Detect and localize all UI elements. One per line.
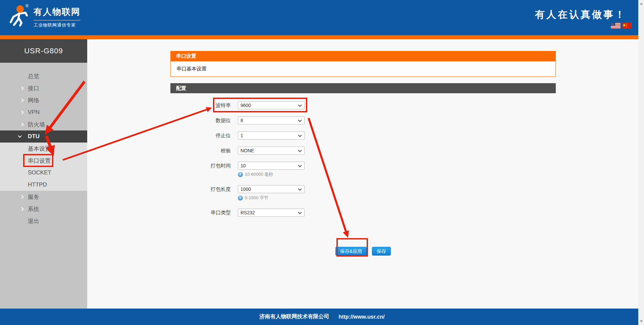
cn-flag-icon[interactable] bbox=[622, 22, 632, 29]
form-row-serial-type: 串口类型RS232 bbox=[170, 209, 556, 217]
sidebar-item-label: 防火墙 bbox=[28, 121, 45, 128]
data-bits-label: 数据位 bbox=[170, 117, 231, 124]
form-actions: 保存&应用 保存 bbox=[170, 247, 556, 256]
sidebar-item-label: VPN bbox=[28, 109, 40, 116]
sidebar-item-label: 总览 bbox=[28, 72, 39, 80]
packing-time-hint-text: 10-60000 毫秒 bbox=[245, 171, 273, 177]
sidebar-item-label: HTTPD bbox=[28, 181, 47, 188]
sidebar-item-dtu[interactable]: DTU bbox=[0, 130, 87, 143]
sidebar-item-label: 服务 bbox=[28, 193, 39, 201]
sidebar: USR-G809 总览接口网络VPN防火墙DTU基本设置串口设置SOCKETHT… bbox=[0, 39, 87, 309]
sidebar-item-socket[interactable]: SOCKET bbox=[0, 167, 87, 179]
serial-settings-panel: 串口设置 串口基本设置 配置 波特率9600数据位8停止位1校验NONE打包时间… bbox=[170, 51, 556, 256]
packing-length-select-wrap: 1000 bbox=[238, 185, 305, 193]
scroll-up-icon[interactable] bbox=[640, 3, 643, 5]
sidebar-item-network[interactable]: 网络 bbox=[0, 94, 87, 106]
stop-bits-label: 停止位 bbox=[170, 132, 231, 139]
device-model-title: USR-G809 bbox=[0, 39, 87, 63]
packing-length-hint: ?5-1500 字节 bbox=[238, 195, 556, 201]
sidebar-item-label: 退出 bbox=[28, 217, 39, 225]
chevron-right-icon bbox=[20, 195, 23, 199]
us-flag-icon[interactable] bbox=[611, 22, 621, 29]
panel-subtitle-box: 串口基本设置 bbox=[170, 61, 556, 77]
packing-length-select[interactable]: 1000 bbox=[238, 185, 305, 193]
sidebar-item-interface[interactable]: 接口 bbox=[0, 82, 87, 94]
serial-type-select[interactable]: RS232 bbox=[238, 209, 305, 217]
config-section-title: 配置 bbox=[176, 85, 186, 92]
chevron-down-icon bbox=[18, 134, 21, 138]
language-flags bbox=[611, 22, 632, 29]
sidebar-menu: 总览接口网络VPN防火墙DTU基本设置串口设置SOCKETHTTPD服务系统退出 bbox=[0, 70, 87, 227]
usr-admin-page: ® 有人物联网 工业物联网通信专家 有人在认真做事！ bbox=[0, 0, 644, 325]
chevron-right-icon bbox=[20, 110, 23, 114]
form-row-baud-rate: 波特率9600 bbox=[170, 101, 556, 109]
serial-config-form: 波特率9600数据位8停止位1校验NONE打包时间10?10-60000 毫秒打… bbox=[170, 101, 556, 217]
sidebar-item-label: SOCKET bbox=[28, 169, 51, 176]
footer-url-link[interactable]: http://www.usr.cn/ bbox=[338, 314, 384, 320]
usr-logo-icon: ® bbox=[7, 3, 31, 28]
baud-rate-label: 波特率 bbox=[170, 102, 231, 109]
logo-subtitle: 工业物联网通信专家 bbox=[34, 20, 80, 28]
chevron-right-icon bbox=[20, 207, 23, 211]
logo-text: 有人物联网 工业物联网通信专家 bbox=[34, 6, 80, 28]
registered-mark: ® bbox=[25, 4, 29, 8]
form-row-stop-bits: 停止位1 bbox=[170, 131, 556, 140]
save-button[interactable]: 保存 bbox=[372, 247, 391, 256]
form-row-packing-length: 打包长度1000?5-1500 字节 bbox=[170, 185, 556, 201]
sidebar-item-label: 基本设置 bbox=[28, 145, 51, 153]
packing-length-label: 打包长度 bbox=[170, 186, 231, 193]
parity-label: 校验 bbox=[170, 148, 231, 154]
panel-subtitle: 串口基本设置 bbox=[176, 66, 207, 72]
form-row-data-bits: 数据位8 bbox=[170, 116, 556, 124]
help-icon: ? bbox=[238, 172, 243, 177]
vertical-scrollbar[interactable] bbox=[638, 0, 644, 325]
packing-length-hint-text: 5-1500 字节 bbox=[245, 195, 268, 201]
parity-select-wrap: NONE bbox=[238, 147, 305, 155]
help-icon: ? bbox=[238, 196, 243, 201]
sidebar-item-overview[interactable]: 总览 bbox=[0, 70, 87, 82]
sidebar-item-logout[interactable]: 退出 bbox=[0, 215, 87, 227]
panel-title: 串口设置 bbox=[176, 53, 196, 59]
top-header: ® 有人物联网 工业物联网通信专家 有人在认真做事！ bbox=[0, 0, 644, 35]
stop-bits-select-wrap: 1 bbox=[238, 131, 305, 140]
form-row-parity: 校验NONE bbox=[170, 147, 556, 155]
serial-type-select-wrap: RS232 bbox=[238, 209, 305, 217]
logo-title: 有人物联网 bbox=[34, 6, 80, 18]
packing-time-select-wrap: 10 bbox=[238, 162, 305, 170]
sidebar-item-serial-settings[interactable]: 串口设置 bbox=[0, 155, 87, 167]
save-apply-button[interactable]: 保存&应用 bbox=[335, 247, 367, 256]
sidebar-item-label: DTU bbox=[28, 133, 40, 140]
sidebar-item-label: 网络 bbox=[28, 97, 39, 104]
data-bits-select-wrap: 8 bbox=[238, 116, 305, 124]
sidebar-item-services[interactable]: 服务 bbox=[0, 191, 87, 203]
chevron-right-icon bbox=[20, 122, 23, 126]
config-section-bar: 配置 bbox=[170, 83, 556, 93]
form-row-packing-time: 打包时间10?10-60000 毫秒 bbox=[170, 162, 556, 177]
sidebar-item-system[interactable]: 系统 bbox=[0, 203, 87, 215]
main-content: 串口设置 串口基本设置 配置 波特率9600数据位8停止位1校验NONE打包时间… bbox=[87, 39, 638, 309]
sidebar-item-firewall[interactable]: 防火墙 bbox=[0, 118, 87, 130]
footer-company: 济南有人物联网技术有限公司 bbox=[259, 313, 329, 320]
sidebar-item-label: 系统 bbox=[28, 205, 39, 213]
sidebar-item-label: 接口 bbox=[28, 85, 39, 92]
packing-time-label: 打包时间 bbox=[170, 163, 231, 169]
sidebar-item-httpd[interactable]: HTTPD bbox=[0, 179, 87, 191]
panel-title-bar: 串口设置 bbox=[170, 51, 556, 61]
sidebar-item-label: 串口设置 bbox=[28, 157, 51, 165]
data-bits-select[interactable]: 8 bbox=[238, 116, 305, 124]
scroll-down-icon[interactable] bbox=[640, 320, 643, 322]
packing-time-select[interactable]: 10 bbox=[238, 162, 305, 170]
chevron-right-icon bbox=[20, 98, 23, 102]
baud-rate-select[interactable]: 9600 bbox=[238, 101, 305, 109]
baud-rate-select-wrap: 9600 bbox=[238, 101, 305, 109]
parity-select[interactable]: NONE bbox=[238, 147, 305, 155]
chevron-right-icon bbox=[20, 86, 23, 90]
sidebar-item-vpn[interactable]: VPN bbox=[0, 106, 87, 118]
stop-bits-select[interactable]: 1 bbox=[238, 131, 305, 140]
header-accent-strip bbox=[0, 35, 644, 39]
packing-time-hint: ?10-60000 毫秒 bbox=[238, 171, 556, 177]
sidebar-item-basic-settings[interactable]: 基本设置 bbox=[0, 143, 87, 155]
serial-type-label: 串口类型 bbox=[170, 210, 231, 216]
header-slogan: 有人在认真做事！ bbox=[535, 8, 626, 21]
footer: 济南有人物联网技术有限公司 http://www.usr.cn/ bbox=[0, 309, 644, 325]
